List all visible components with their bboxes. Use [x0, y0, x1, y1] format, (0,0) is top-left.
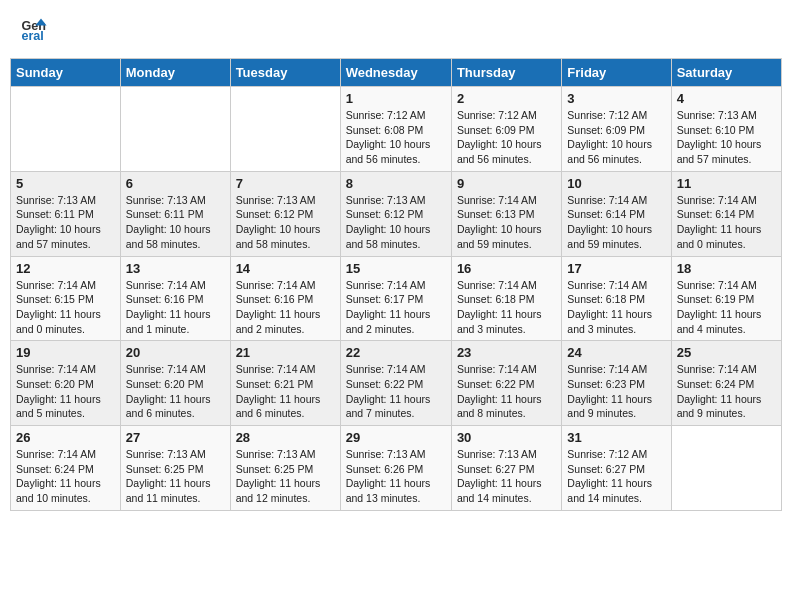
day-number: 28	[236, 430, 335, 445]
day-info: Sunrise: 7:13 AM Sunset: 6:25 PM Dayligh…	[126, 447, 225, 506]
day-info: Sunrise: 7:14 AM Sunset: 6:16 PM Dayligh…	[126, 278, 225, 337]
calendar-cell: 26Sunrise: 7:14 AM Sunset: 6:24 PM Dayli…	[11, 426, 121, 511]
day-info: Sunrise: 7:13 AM Sunset: 6:12 PM Dayligh…	[236, 193, 335, 252]
logo-icon: Gen eral	[20, 15, 48, 43]
day-number: 3	[567, 91, 665, 106]
day-number: 23	[457, 345, 556, 360]
calendar-cell: 15Sunrise: 7:14 AM Sunset: 6:17 PM Dayli…	[340, 256, 451, 341]
calendar-cell: 28Sunrise: 7:13 AM Sunset: 6:25 PM Dayli…	[230, 426, 340, 511]
calendar-cell: 3Sunrise: 7:12 AM Sunset: 6:09 PM Daylig…	[562, 87, 671, 172]
day-info: Sunrise: 7:14 AM Sunset: 6:24 PM Dayligh…	[677, 362, 776, 421]
day-number: 21	[236, 345, 335, 360]
calendar-cell: 2Sunrise: 7:12 AM Sunset: 6:09 PM Daylig…	[451, 87, 561, 172]
day-number: 8	[346, 176, 446, 191]
calendar-header-saturday: Saturday	[671, 59, 781, 87]
day-number: 9	[457, 176, 556, 191]
day-info: Sunrise: 7:14 AM Sunset: 6:23 PM Dayligh…	[567, 362, 665, 421]
calendar-cell	[11, 87, 121, 172]
day-info: Sunrise: 7:13 AM Sunset: 6:11 PM Dayligh…	[16, 193, 115, 252]
day-info: Sunrise: 7:14 AM Sunset: 6:19 PM Dayligh…	[677, 278, 776, 337]
day-info: Sunrise: 7:14 AM Sunset: 6:22 PM Dayligh…	[346, 362, 446, 421]
day-info: Sunrise: 7:14 AM Sunset: 6:18 PM Dayligh…	[567, 278, 665, 337]
calendar-cell: 27Sunrise: 7:13 AM Sunset: 6:25 PM Dayli…	[120, 426, 230, 511]
day-number: 12	[16, 261, 115, 276]
calendar-cell: 17Sunrise: 7:14 AM Sunset: 6:18 PM Dayli…	[562, 256, 671, 341]
calendar-header-wednesday: Wednesday	[340, 59, 451, 87]
day-number: 1	[346, 91, 446, 106]
day-info: Sunrise: 7:13 AM Sunset: 6:25 PM Dayligh…	[236, 447, 335, 506]
calendar-cell: 24Sunrise: 7:14 AM Sunset: 6:23 PM Dayli…	[562, 341, 671, 426]
day-info: Sunrise: 7:13 AM Sunset: 6:11 PM Dayligh…	[126, 193, 225, 252]
day-number: 14	[236, 261, 335, 276]
day-number: 15	[346, 261, 446, 276]
svg-text:eral: eral	[21, 29, 43, 43]
calendar-cell: 4Sunrise: 7:13 AM Sunset: 6:10 PM Daylig…	[671, 87, 781, 172]
calendar-cell: 29Sunrise: 7:13 AM Sunset: 6:26 PM Dayli…	[340, 426, 451, 511]
calendar-cell: 7Sunrise: 7:13 AM Sunset: 6:12 PM Daylig…	[230, 171, 340, 256]
calendar-cell: 11Sunrise: 7:14 AM Sunset: 6:14 PM Dayli…	[671, 171, 781, 256]
day-info: Sunrise: 7:12 AM Sunset: 6:08 PM Dayligh…	[346, 108, 446, 167]
calendar-cell	[671, 426, 781, 511]
calendar-week-row: 19Sunrise: 7:14 AM Sunset: 6:20 PM Dayli…	[11, 341, 782, 426]
day-number: 22	[346, 345, 446, 360]
day-number: 5	[16, 176, 115, 191]
calendar-table: SundayMondayTuesdayWednesdayThursdayFrid…	[10, 58, 782, 511]
calendar-cell: 12Sunrise: 7:14 AM Sunset: 6:15 PM Dayli…	[11, 256, 121, 341]
day-info: Sunrise: 7:14 AM Sunset: 6:24 PM Dayligh…	[16, 447, 115, 506]
day-number: 19	[16, 345, 115, 360]
logo: Gen eral	[20, 15, 52, 43]
calendar-header-sunday: Sunday	[11, 59, 121, 87]
calendar-cell: 16Sunrise: 7:14 AM Sunset: 6:18 PM Dayli…	[451, 256, 561, 341]
day-number: 24	[567, 345, 665, 360]
calendar-week-row: 1Sunrise: 7:12 AM Sunset: 6:08 PM Daylig…	[11, 87, 782, 172]
calendar-cell: 30Sunrise: 7:13 AM Sunset: 6:27 PM Dayli…	[451, 426, 561, 511]
day-number: 18	[677, 261, 776, 276]
calendar-cell	[120, 87, 230, 172]
calendar-header-row: SundayMondayTuesdayWednesdayThursdayFrid…	[11, 59, 782, 87]
calendar-cell: 1Sunrise: 7:12 AM Sunset: 6:08 PM Daylig…	[340, 87, 451, 172]
day-number: 11	[677, 176, 776, 191]
day-info: Sunrise: 7:13 AM Sunset: 6:10 PM Dayligh…	[677, 108, 776, 167]
day-info: Sunrise: 7:12 AM Sunset: 6:09 PM Dayligh…	[567, 108, 665, 167]
calendar-cell: 23Sunrise: 7:14 AM Sunset: 6:22 PM Dayli…	[451, 341, 561, 426]
calendar-cell: 6Sunrise: 7:13 AM Sunset: 6:11 PM Daylig…	[120, 171, 230, 256]
calendar-cell: 22Sunrise: 7:14 AM Sunset: 6:22 PM Dayli…	[340, 341, 451, 426]
calendar-cell: 13Sunrise: 7:14 AM Sunset: 6:16 PM Dayli…	[120, 256, 230, 341]
calendar-cell: 8Sunrise: 7:13 AM Sunset: 6:12 PM Daylig…	[340, 171, 451, 256]
calendar-cell: 25Sunrise: 7:14 AM Sunset: 6:24 PM Dayli…	[671, 341, 781, 426]
calendar-header-thursday: Thursday	[451, 59, 561, 87]
day-info: Sunrise: 7:12 AM Sunset: 6:27 PM Dayligh…	[567, 447, 665, 506]
day-info: Sunrise: 7:14 AM Sunset: 6:17 PM Dayligh…	[346, 278, 446, 337]
day-info: Sunrise: 7:14 AM Sunset: 6:21 PM Dayligh…	[236, 362, 335, 421]
day-number: 26	[16, 430, 115, 445]
day-number: 2	[457, 91, 556, 106]
calendar-week-row: 5Sunrise: 7:13 AM Sunset: 6:11 PM Daylig…	[11, 171, 782, 256]
day-number: 20	[126, 345, 225, 360]
day-info: Sunrise: 7:14 AM Sunset: 6:22 PM Dayligh…	[457, 362, 556, 421]
calendar-cell: 19Sunrise: 7:14 AM Sunset: 6:20 PM Dayli…	[11, 341, 121, 426]
day-number: 30	[457, 430, 556, 445]
page-header: Gen eral	[10, 10, 782, 48]
calendar-cell: 5Sunrise: 7:13 AM Sunset: 6:11 PM Daylig…	[11, 171, 121, 256]
calendar-cell: 10Sunrise: 7:14 AM Sunset: 6:14 PM Dayli…	[562, 171, 671, 256]
day-number: 29	[346, 430, 446, 445]
day-info: Sunrise: 7:14 AM Sunset: 6:14 PM Dayligh…	[567, 193, 665, 252]
day-info: Sunrise: 7:14 AM Sunset: 6:18 PM Dayligh…	[457, 278, 556, 337]
day-number: 13	[126, 261, 225, 276]
day-number: 27	[126, 430, 225, 445]
day-info: Sunrise: 7:14 AM Sunset: 6:15 PM Dayligh…	[16, 278, 115, 337]
day-number: 17	[567, 261, 665, 276]
day-info: Sunrise: 7:12 AM Sunset: 6:09 PM Dayligh…	[457, 108, 556, 167]
calendar-week-row: 12Sunrise: 7:14 AM Sunset: 6:15 PM Dayli…	[11, 256, 782, 341]
day-number: 7	[236, 176, 335, 191]
calendar-cell: 14Sunrise: 7:14 AM Sunset: 6:16 PM Dayli…	[230, 256, 340, 341]
calendar-cell: 21Sunrise: 7:14 AM Sunset: 6:21 PM Dayli…	[230, 341, 340, 426]
day-info: Sunrise: 7:14 AM Sunset: 6:16 PM Dayligh…	[236, 278, 335, 337]
day-number: 6	[126, 176, 225, 191]
calendar-cell: 18Sunrise: 7:14 AM Sunset: 6:19 PM Dayli…	[671, 256, 781, 341]
calendar-header-monday: Monday	[120, 59, 230, 87]
day-info: Sunrise: 7:14 AM Sunset: 6:14 PM Dayligh…	[677, 193, 776, 252]
calendar-cell: 9Sunrise: 7:14 AM Sunset: 6:13 PM Daylig…	[451, 171, 561, 256]
calendar-header-friday: Friday	[562, 59, 671, 87]
calendar-cell: 31Sunrise: 7:12 AM Sunset: 6:27 PM Dayli…	[562, 426, 671, 511]
